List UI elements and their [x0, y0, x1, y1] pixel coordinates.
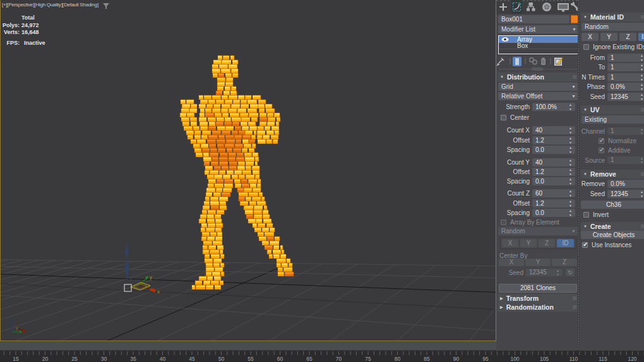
- svg-text:120: 120: [628, 356, 636, 362]
- svg-text:30: 30: [101, 356, 107, 362]
- svg-text:55: 55: [247, 356, 254, 362]
- svg-text:80: 80: [395, 356, 401, 362]
- svg-text:25: 25: [71, 356, 78, 362]
- svg-text:105: 105: [540, 356, 549, 362]
- svg-text:y: y: [150, 274, 152, 280]
- svg-text:75: 75: [365, 356, 371, 362]
- svg-text:45: 45: [189, 356, 195, 362]
- svg-text:65: 65: [306, 356, 313, 362]
- svg-text:x: x: [157, 289, 160, 295]
- svg-text:70: 70: [336, 356, 342, 362]
- svg-text:35: 35: [130, 356, 136, 362]
- svg-text:60: 60: [277, 356, 283, 362]
- svg-text:y: y: [16, 325, 18, 330]
- svg-text:110: 110: [569, 356, 578, 362]
- svg-text:40: 40: [160, 356, 166, 362]
- svg-text:95: 95: [482, 356, 489, 362]
- svg-text:85: 85: [424, 356, 430, 362]
- svg-text:50: 50: [218, 356, 225, 362]
- svg-text:z: z: [9, 317, 12, 321]
- svg-text:15: 15: [13, 356, 19, 362]
- svg-text:100: 100: [510, 356, 519, 362]
- svg-text:90: 90: [453, 356, 460, 362]
- svg-text:115: 115: [599, 356, 607, 362]
- svg-text:20: 20: [42, 356, 49, 362]
